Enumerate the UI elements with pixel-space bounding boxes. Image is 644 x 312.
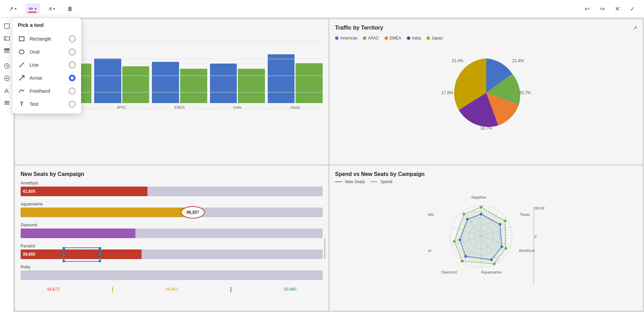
tool-rectangle[interactable]: Rectangle [12, 32, 81, 45]
oval-radio[interactable] [69, 48, 76, 55]
expand-traffic-btn[interactable]: ↗ [633, 25, 637, 31]
sidebar [0, 18, 14, 312]
diamond-track: 38,353 [21, 229, 323, 238]
pie-svg [448, 55, 524, 131]
japan-legend-label: Japan [432, 36, 443, 41]
lines-tool-btn[interactable]: ≡ ▾ [45, 4, 58, 14]
close-btn[interactable]: ✕ [611, 3, 623, 15]
tool-freehand[interactable]: Freehand [12, 85, 81, 98]
arrow-tool-dropdown: ▾ [15, 7, 16, 11]
rectangle-radio[interactable] [69, 35, 76, 42]
pie-label-right: 20.7% [519, 90, 531, 95]
line-radio[interactable] [69, 62, 76, 68]
legend-new-seats: New Seats [335, 179, 365, 184]
sidebar-btn-5[interactable] [1, 73, 12, 84]
rectangle-icon [18, 35, 25, 43]
legend-emea: EMEA [385, 36, 401, 41]
svg-line-12 [7, 66, 8, 67]
svg-point-35 [490, 258, 493, 261]
svg-marker-31 [454, 207, 506, 264]
svg-point-34 [500, 245, 503, 248]
radar-label-diamond: Diamond [441, 270, 456, 274]
tool-text[interactable]: T Text [12, 98, 81, 111]
bar-pair-emea [152, 62, 207, 103]
radar-grid [450, 205, 512, 267]
pen-tool-btn[interactable]: ✏ ▾ [25, 3, 40, 14]
main-area: nd vs Budget Spend Budget [0, 18, 644, 312]
arrow-radio[interactable] [69, 75, 76, 81]
svg-rect-17 [4, 102, 9, 103]
svg-point-45 [463, 213, 465, 215]
svg-rect-4 [4, 24, 9, 29]
redo-btn[interactable]: ↪ [596, 3, 608, 15]
arrow-draw-tool[interactable]: ↗ ▾ [5, 3, 20, 14]
sidebar-btn-6[interactable] [1, 85, 12, 96]
freehand-label: Freehand [30, 88, 65, 94]
bar-label-india: India [233, 105, 242, 109]
bottom-val-1: 44,672 [47, 287, 59, 292]
new-seats-panel: New Seats by Campaign Amethyst 41,605 Aq [15, 166, 328, 311]
freehand-radio[interactable] [69, 88, 76, 94]
radar-label-sapphire: Sapphire [471, 195, 486, 199]
radar-label-paradot: Paradot [428, 248, 431, 253]
bar-group-japan: Japan [268, 54, 323, 109]
radar-label-aquamarine: Aquamarine [481, 270, 501, 274]
sidebar-btn-1[interactable] [1, 21, 12, 32]
svg-point-42 [493, 263, 496, 265]
svg-rect-0 [19, 37, 24, 41]
pie-chart-area: 21.4% 21.4% 20.7% 18.7% 17.8% [335, 45, 637, 141]
india-legend-label: India [412, 36, 421, 41]
svg-point-33 [499, 223, 501, 226]
legend-japan: Japan [426, 36, 443, 41]
svg-rect-9 [4, 52, 10, 53]
app-container: ↗ ▾ ✏ ▾ ≡ ▾ 🗑 ↩ ↪ ✕ ✓ Pick a tool Rect [0, 0, 644, 312]
tool-line[interactable]: Line [12, 58, 81, 71]
bar-apac-budget [122, 66, 149, 103]
bar-pair-japan [268, 54, 323, 103]
sidebar-btn-7[interactable] [1, 98, 12, 109]
svg-line-2 [19, 63, 24, 67]
svg-point-37 [458, 238, 461, 241]
text-radio[interactable] [69, 101, 76, 108]
delete-tool-btn[interactable]: 🗑 [64, 4, 76, 14]
radar-y-label-zero: 0 [534, 235, 536, 239]
amethyst-track: 41,605 [21, 187, 323, 196]
traffic-legend: Americas APAC EMEA India [335, 36, 637, 41]
hbar-chart-area: Amethyst 41,605 Aquamarine [21, 181, 323, 280]
sidebar-btn-3[interactable] [1, 45, 12, 56]
line-label: Line [30, 62, 65, 68]
svg-rect-19 [4, 104, 9, 104]
paradot-label: Paradot [21, 244, 323, 248]
aquamarine-circle-value: 46,257 [187, 210, 199, 215]
pie-chart: 21.4% 21.4% 20.7% 18.7% 17.8% [448, 55, 524, 131]
radar-svg: Sapphire Topaz Amethyst Aquamarine Diamo… [428, 188, 545, 285]
tool-arrow[interactable]: Arrow [12, 71, 81, 85]
amethyst-fill: 41,605 [21, 187, 147, 196]
sidebar-btn-2[interactable] [1, 33, 12, 44]
bar-label-emea: EMEA [174, 105, 185, 109]
traffic-territory-panel: Traffic by Territory ↗ Americas APAC EME… [330, 19, 643, 164]
svg-rect-18 [4, 101, 9, 102]
ruby-track [21, 270, 323, 280]
lines-icon: ≡ [49, 6, 52, 12]
confirm-btn[interactable]: ✓ [626, 3, 639, 15]
svg-point-1 [19, 50, 24, 54]
bar-pair-india [210, 64, 265, 103]
bar-group-india: India [210, 64, 265, 109]
apac-legend-label: APAC [368, 36, 379, 41]
spend-vs-seats-panel: Spend vs New Seats by Campaign New Seats… [330, 166, 643, 311]
sidebar-btn-4[interactable] [1, 60, 12, 71]
svg-point-44 [453, 240, 456, 243]
freehand-icon [18, 87, 25, 95]
bar-pair-apac [94, 58, 149, 103]
pie-label-topright: 21.4% [512, 58, 524, 63]
svg-rect-5 [4, 37, 10, 40]
svg-point-32 [480, 213, 482, 215]
tool-oval[interactable]: Oval [12, 45, 81, 58]
arrow-icon [18, 74, 25, 82]
trash-icon: 🗑 [67, 6, 73, 12]
svg-point-36 [464, 255, 467, 258]
ruby-label: Ruby [21, 265, 323, 269]
hbar-aquamarine: Aquamarine 46,257 [21, 202, 323, 217]
undo-btn[interactable]: ↩ [581, 3, 593, 15]
